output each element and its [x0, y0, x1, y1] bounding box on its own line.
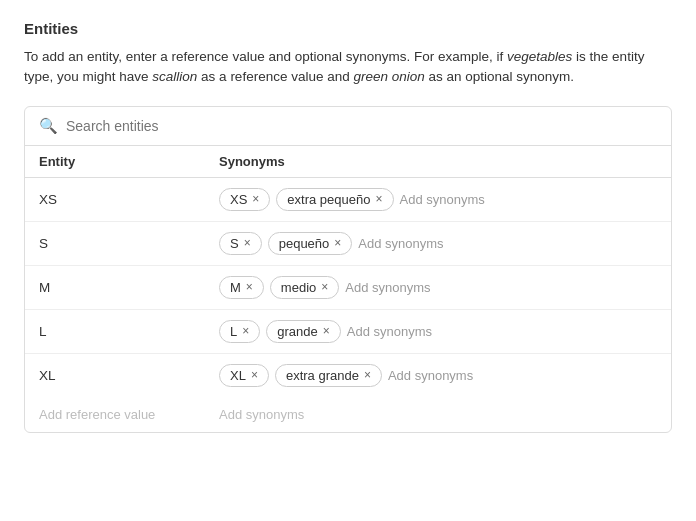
tag-remove-icon[interactable]: × — [251, 368, 258, 382]
tag-remove-icon[interactable]: × — [244, 236, 251, 250]
tag-label: M — [230, 280, 241, 295]
tag-remove-icon[interactable]: × — [364, 368, 371, 382]
synonym-tag[interactable]: XS× — [219, 188, 270, 211]
synonyms-cell: M×medio×Add synonyms — [219, 276, 657, 299]
footer-add-synonyms-label[interactable]: Add synonyms — [219, 407, 657, 422]
table-row: XSXS×extra pequeño×Add synonyms — [25, 178, 671, 222]
table-body: XSXS×extra pequeño×Add synonymsSS×pequeñ… — [25, 178, 671, 397]
synonyms-cell: XS×extra pequeño×Add synonyms — [219, 188, 657, 211]
synonym-tag[interactable]: extra grande× — [275, 364, 382, 387]
tag-label: extra pequeño — [287, 192, 370, 207]
table-row: SS×pequeño×Add synonyms — [25, 222, 671, 266]
synonym-tag[interactable]: M× — [219, 276, 264, 299]
tag-label: pequeño — [279, 236, 330, 251]
entities-container: 🔍 Entity Synonyms XSXS×extra pequeño×Add… — [24, 106, 672, 433]
add-reference-value-label[interactable]: Add reference value — [39, 407, 219, 422]
tag-label: extra grande — [286, 368, 359, 383]
entity-name: M — [39, 280, 219, 295]
entity-name: L — [39, 324, 219, 339]
synonyms-cell: XL×extra grande×Add synonyms — [219, 364, 657, 387]
tag-remove-icon[interactable]: × — [246, 280, 253, 294]
search-icon: 🔍 — [39, 117, 58, 135]
entity-name: XS — [39, 192, 219, 207]
table-row: LL×grande×Add synonyms — [25, 310, 671, 354]
tag-label: L — [230, 324, 237, 339]
add-synonyms-link[interactable]: Add synonyms — [388, 368, 473, 383]
tag-remove-icon[interactable]: × — [321, 280, 328, 294]
entity-name: XL — [39, 368, 219, 383]
tag-label: XS — [230, 192, 247, 207]
tag-label: grande — [277, 324, 317, 339]
description: To add an entity, enter a reference valu… — [24, 47, 672, 88]
table-header: Entity Synonyms — [25, 146, 671, 178]
tag-remove-icon[interactable]: × — [375, 192, 382, 206]
synonym-tag[interactable]: medio× — [270, 276, 339, 299]
synonym-tag[interactable]: pequeño× — [268, 232, 353, 255]
synonym-tag[interactable]: XL× — [219, 364, 269, 387]
synonym-tag[interactable]: grande× — [266, 320, 341, 343]
search-row: 🔍 — [25, 107, 671, 146]
synonym-tag[interactable]: S× — [219, 232, 262, 255]
tag-remove-icon[interactable]: × — [242, 324, 249, 338]
synonym-tag[interactable]: extra pequeño× — [276, 188, 393, 211]
entity-column-header: Entity — [39, 154, 219, 169]
synonym-tag[interactable]: L× — [219, 320, 260, 343]
synonyms-column-header: Synonyms — [219, 154, 657, 169]
tag-label: XL — [230, 368, 246, 383]
tag-label: S — [230, 236, 239, 251]
table-row: MM×medio×Add synonyms — [25, 266, 671, 310]
add-reference-row[interactable]: Add reference value Add synonyms — [25, 397, 671, 432]
add-synonyms-link[interactable]: Add synonyms — [345, 280, 430, 295]
synonyms-cell: L×grande×Add synonyms — [219, 320, 657, 343]
page-title: Entities — [24, 20, 672, 37]
search-input[interactable] — [66, 118, 657, 134]
table-row: XLXL×extra grande×Add synonyms — [25, 354, 671, 397]
add-synonyms-link[interactable]: Add synonyms — [358, 236, 443, 251]
tag-label: medio — [281, 280, 316, 295]
tag-remove-icon[interactable]: × — [252, 192, 259, 206]
entity-name: S — [39, 236, 219, 251]
add-synonyms-link[interactable]: Add synonyms — [347, 324, 432, 339]
add-synonyms-link[interactable]: Add synonyms — [400, 192, 485, 207]
synonyms-cell: S×pequeño×Add synonyms — [219, 232, 657, 255]
tag-remove-icon[interactable]: × — [334, 236, 341, 250]
tag-remove-icon[interactable]: × — [323, 324, 330, 338]
